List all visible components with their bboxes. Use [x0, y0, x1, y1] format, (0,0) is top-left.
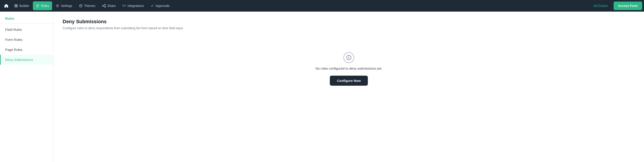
svg-point-6	[105, 4, 106, 5]
sidebar-section-rules[interactable]: Rules	[0, 13, 54, 24]
home-button[interactable]	[2, 1, 11, 10]
main-layout: Rules Field Rules Form Rules Page Rules …	[0, 11, 644, 162]
nav-item-rules[interactable]: Rules	[33, 1, 52, 10]
nav-item-settings[interactable]: Settings	[52, 1, 75, 10]
empty-message: No rules configured to deny submissions …	[316, 66, 382, 70]
configure-now-button[interactable]: Configure Now	[330, 76, 368, 86]
page-title: Deny Submissions	[62, 19, 635, 24]
sidebar-item-field-rules[interactable]: Field Rules	[0, 24, 54, 35]
svg-rect-2	[15, 6, 16, 7]
empty-state: No rules configured to deny submissions …	[62, 39, 635, 99]
sidebar-item-form-rules[interactable]: Form Rules	[0, 35, 54, 45]
svg-point-7	[102, 5, 103, 6]
info-icon	[344, 52, 354, 63]
sidebar-item-deny-submissions[interactable]: Deny Submissions	[0, 55, 54, 65]
sidebar: Rules Field Rules Form Rules Page Rules …	[0, 11, 54, 162]
nav-item-approvals[interactable]: Approvals	[147, 1, 173, 10]
svg-point-4	[57, 5, 58, 6]
svg-rect-1	[16, 4, 18, 5]
sidebar-item-page-rules[interactable]: Page Rules	[0, 45, 54, 55]
svg-point-8	[105, 6, 106, 7]
page-subtitle: Configure rules to deny respondents from…	[62, 26, 635, 30]
svg-rect-0	[15, 4, 16, 5]
top-navigation: Builder Rules Settings Themes Share	[0, 0, 644, 11]
nav-item-builder[interactable]: Builder	[11, 1, 32, 10]
all-entries-link[interactable]: All Entries	[590, 4, 611, 7]
svg-rect-3	[16, 6, 18, 7]
access-form-button[interactable]: Access Form	[614, 1, 642, 10]
nav-item-themes[interactable]: Themes	[76, 1, 98, 10]
nav-item-integrations[interactable]: Integrations	[119, 1, 147, 10]
content-area: Deny Submissions Configure rules to deny…	[54, 11, 644, 162]
nav-item-share[interactable]: Share	[99, 1, 119, 10]
